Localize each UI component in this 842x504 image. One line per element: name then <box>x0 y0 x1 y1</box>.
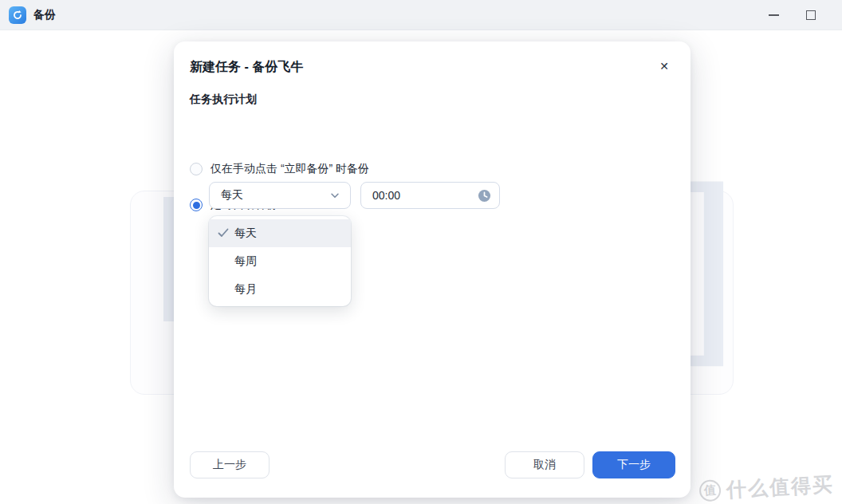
radio-selected-icon <box>190 199 203 211</box>
time-input[interactable] <box>372 189 478 202</box>
close-icon[interactable]: ✕ <box>655 57 673 75</box>
maximize-icon <box>806 10 816 20</box>
radio-unselected-icon <box>190 163 203 175</box>
minimize-button[interactable] <box>767 9 780 22</box>
smzdm-logo-icon: 值 <box>698 479 721 502</box>
window-titlebar: 备份 <box>0 0 842 30</box>
frequency-select[interactable]: 每天 <box>209 182 351 209</box>
window-title: 备份 <box>33 8 56 22</box>
minimize-icon <box>769 14 779 16</box>
frequency-dropdown-menu: 每天 每周 每月 <box>209 216 351 306</box>
menu-item-monthly[interactable]: 每月 <box>209 275 351 303</box>
app-window: 备份 [ ] 值 什么值得买 新建任务 - 备份飞牛 ✕ 任务执行计划 仅在手动… <box>0 0 842 504</box>
watermark-text: 什么值得买 <box>726 471 835 503</box>
new-task-dialog: 新建任务 - 备份飞牛 ✕ 任务执行计划 仅在手动点击 “立即备份” 时备份 定… <box>174 41 691 498</box>
back-button[interactable]: 上一步 <box>190 451 270 478</box>
menu-item-daily-label: 每天 <box>234 226 257 241</box>
radio-manual-backup-label: 仅在手动点击 “立即备份” 时备份 <box>210 162 369 176</box>
window-controls <box>767 9 833 22</box>
radio-manual-backup[interactable]: 仅在手动点击 “立即备份” 时备份 <box>190 162 369 176</box>
chevron-down-icon <box>329 190 340 201</box>
maximize-button[interactable] <box>805 9 817 22</box>
smzdm-watermark: 值 什么值得买 <box>698 471 834 504</box>
clock-icon[interactable] <box>478 189 491 203</box>
menu-item-daily[interactable]: 每天 <box>209 219 351 247</box>
backup-app-icon <box>9 6 26 24</box>
next-button[interactable]: 下一步 <box>592 451 675 478</box>
check-icon <box>217 226 230 239</box>
cancel-button[interactable]: 取消 <box>505 451 584 478</box>
frequency-select-value: 每天 <box>221 188 329 203</box>
menu-item-monthly-label: 每月 <box>234 282 257 297</box>
time-input-wrapper <box>360 182 500 209</box>
section-heading: 任务执行计划 <box>190 93 257 107</box>
dialog-title: 新建任务 - 备份飞牛 <box>190 59 303 76</box>
menu-item-weekly[interactable]: 每周 <box>209 247 351 275</box>
menu-item-weekly-label: 每周 <box>234 254 257 269</box>
sync-arrow-icon <box>12 10 23 21</box>
